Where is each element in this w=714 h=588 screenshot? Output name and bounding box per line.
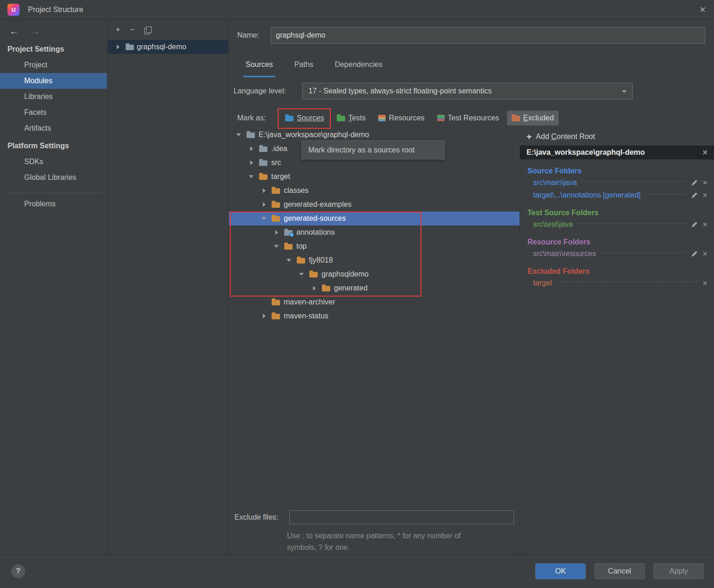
chevron-right-icon[interactable] [260,200,269,209]
folder-path[interactable]: target\...\annotations [generated] [533,191,641,199]
edit-icon[interactable] [691,179,698,186]
sidebar-item-artifacts[interactable]: Artifacts [0,120,107,136]
help-button[interactable]: ? [11,564,25,578]
chevron-down-icon[interactable] [247,172,256,181]
remove-icon[interactable]: × [702,191,707,199]
sidebar-item-global-libraries[interactable]: Global Libraries [0,170,107,185]
chevron-right-icon[interactable] [272,228,281,237]
tree-row-maven-status[interactable]: maven-status [229,309,520,323]
tab-dependencies[interactable]: Dependencies [335,52,382,77]
sidebar-item-sdks[interactable]: SDKs [0,154,107,170]
folder-entry: src\main\resources× [520,247,714,260]
tree-row-generated-sources[interactable]: generated-sources [229,211,520,225]
tree-row-e-java-workspace-graphql-demo[interactable]: E:\java_workspace\graphql-demo [229,128,520,142]
section-header-platform-settings: Platform Settings [0,136,107,154]
mark-as-resources-button[interactable]: Resources [374,111,429,126]
tree-node-label: src [271,159,281,167]
chevron-right-icon[interactable] [310,284,319,293]
folder-entry: src\main\java× [520,176,714,189]
cancel-button[interactable]: Cancel [594,563,645,579]
remove-icon[interactable]: × [702,178,707,187]
sidebar-item-project[interactable]: Project [0,57,107,73]
tab-sources[interactable]: Sources [246,52,273,77]
chevron-down-icon[interactable] [272,242,281,251]
chevron-down-icon[interactable] [234,130,244,139]
folder-path[interactable]: target [533,279,552,287]
sidebar-divider [5,193,102,193]
sidebar-item-facets[interactable]: Facets [0,105,107,120]
sidebar-sections: Project SettingsProjectModulesLibrariesF… [0,40,107,212]
tree-node-label: generated-examples [284,200,352,209]
tree-row-graphsqldemo[interactable]: graphsqldemo [229,267,520,281]
chevron-right-icon[interactable] [247,144,256,153]
tree-row-generated[interactable]: generated [229,281,520,295]
chevron-right-icon[interactable] [247,158,256,167]
remove-icon[interactable]: × [702,279,707,287]
dotted-leader [577,223,687,224]
mark-as-sources-button[interactable]: Sources [280,111,329,126]
tree-node-label: annotations [296,228,335,237]
chevron-right-icon[interactable] [113,42,123,52]
forward-arrow-icon[interactable]: → [31,26,40,37]
remove-module-icon[interactable]: − [130,25,135,35]
apply-button[interactable]: Apply [654,563,704,579]
ok-button[interactable]: OK [535,563,586,579]
folder-icon [272,202,280,208]
add-content-root-button[interactable]: + Add Content Root [520,132,714,145]
copy-module-icon[interactable] [144,26,150,33]
name-label: Name: [237,31,271,40]
folder-entry: src\test\java× [520,218,714,231]
folder-path[interactable]: src\main\java [533,178,577,187]
close-icon[interactable]: × [700,4,706,16]
exclude-files-input[interactable] [289,510,514,524]
remove-content-root-icon[interactable]: × [702,148,707,157]
tree-row-annotations[interactable]: annotations [229,225,520,239]
tree-row-top[interactable]: top [229,239,520,253]
module-name-input[interactable] [271,27,705,44]
tree-node-label: maven-status [284,312,328,320]
dotted-leader [581,181,687,182]
folder-icon [247,132,255,138]
edit-icon[interactable] [691,192,698,198]
tree-node-label: graphsqldemo [321,270,368,278]
folder-path[interactable]: src\main\resources [533,250,596,258]
tab-paths[interactable]: Paths [294,52,314,77]
mark-as-label: Mark as: [237,114,277,122]
nav-arrows: ← → [0,20,107,40]
chevron-down-icon[interactable] [285,256,294,265]
content-root-header[interactable]: E:\java_workspace\graphql-demo × [520,145,714,159]
chevron-down-icon[interactable] [297,270,307,279]
mark-as-test-resources-button[interactable]: Test Resources [433,111,504,126]
chevron-right-icon[interactable] [260,186,269,195]
edit-icon[interactable] [691,221,698,228]
chevron-down-icon[interactable] [260,214,269,223]
tree-row-target[interactable]: target [229,170,520,184]
remove-icon[interactable]: × [702,220,707,229]
tree-node-label: target [271,172,290,181]
chevron-right-icon[interactable] [260,311,269,321]
module-row[interactable]: graphsql-demo [108,40,228,54]
sidebar-item-libraries[interactable]: Libraries [0,89,107,105]
dotted-leader [557,282,698,282]
add-module-icon[interactable]: + [115,25,120,35]
tree-row-maven-archiver[interactable]: maven-archiver [229,295,520,309]
mark-as-button-label: Sources [297,114,324,122]
edit-icon[interactable] [691,251,698,257]
mark-as-row: Mark as: SourcesTestsResourcesTest Resou… [237,111,559,126]
back-arrow-icon[interactable]: ← [9,26,19,37]
tree-row-classes[interactable]: classes [229,184,520,198]
folder-icon [259,174,267,180]
sidebar-item-modules[interactable]: Modules [0,73,107,89]
folder-path[interactable]: src\test\java [533,220,573,229]
sidebar-item-problems[interactable]: Problems [0,196,107,212]
folder-icon [309,272,318,277]
tree-row-fjy8018[interactable]: fjy8018 [229,253,520,267]
tree-row-generated-examples[interactable]: generated-examples [229,198,520,211]
remove-icon[interactable]: × [702,250,707,258]
folder-icon [259,146,267,152]
mark-as-button-label: Resources [389,114,424,122]
folder-excl-icon [512,116,520,121]
tree-node-label: maven-archiver [284,298,335,306]
modules-panel: + − graphsql-demo [108,20,229,554]
mark-as-tests-button[interactable]: Tests [332,111,370,126]
